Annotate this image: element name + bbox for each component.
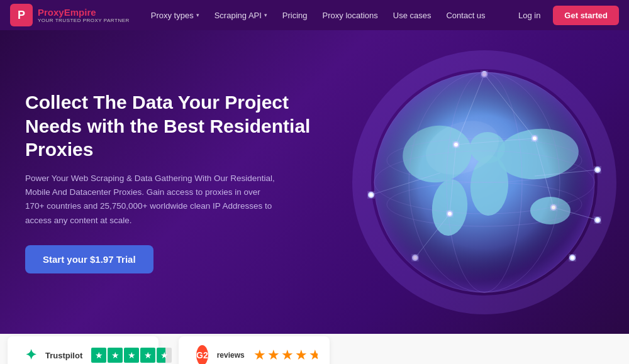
nav-right: Log in Get started bbox=[511, 6, 619, 25]
trustpilot-icon: ✦ bbox=[25, 347, 36, 363]
star-icon: ★ bbox=[267, 347, 280, 363]
star-icon: ★ bbox=[124, 348, 139, 363]
hero-title: Collect The Data Your Project Needs with… bbox=[25, 91, 314, 162]
hero-description: Power Your Web Scraping & Data Gathering… bbox=[25, 172, 277, 228]
logo[interactable]: P ProxyEmpire YOUR TRUSTED PROXY PARTNER bbox=[10, 4, 130, 26]
svg-point-42 bbox=[571, 256, 574, 260]
nav-item-scraping-api[interactable]: Scraping API ▾ bbox=[208, 7, 274, 24]
nav-item-contact[interactable]: Contact us bbox=[440, 7, 491, 24]
nav-item-use-cases[interactable]: Use cases bbox=[387, 7, 438, 24]
svg-point-43 bbox=[374, 72, 594, 292]
logo-proxy: Proxy bbox=[38, 7, 64, 18]
login-button[interactable]: Log in bbox=[511, 7, 548, 24]
svg-point-26 bbox=[596, 168, 599, 172]
trustpilot-card: ✦ Trustpilot ★ ★ ★ ★ ★ bbox=[8, 336, 159, 364]
trustpilot-stars: ★ ★ ★ ★ ★ bbox=[91, 348, 172, 363]
star-icon: ★ bbox=[91, 348, 106, 363]
nav-item-proxy-types[interactable]: Proxy types ▾ bbox=[145, 7, 206, 24]
chevron-down-icon: ▾ bbox=[264, 12, 267, 18]
g2-card: G2 reviews ★ ★ ★ ★ ★ bbox=[179, 336, 330, 364]
g2-reviews-label: reviews bbox=[217, 351, 245, 360]
hero-section: Collect The Data Your Project Needs with… bbox=[0, 30, 629, 334]
nav-links: Proxy types ▾ Scraping API ▾ Pricing Pro… bbox=[145, 7, 511, 24]
g2-stars: ★ ★ ★ ★ ★ bbox=[253, 347, 318, 363]
chevron-down-icon: ▾ bbox=[196, 12, 199, 18]
hero-content: Collect The Data Your Project Needs with… bbox=[25, 91, 314, 273]
nav-item-pricing[interactable]: Pricing bbox=[276, 7, 314, 24]
navbar: P ProxyEmpire YOUR TRUSTED PROXY PARTNER… bbox=[0, 0, 629, 30]
star-half-icon: ★ bbox=[309, 347, 318, 363]
logo-empire: Empire bbox=[64, 7, 96, 18]
g2-text: reviews bbox=[217, 351, 245, 360]
logo-icon: P bbox=[10, 4, 33, 26]
logo-sub: YOUR TRUSTED PROXY PARTNER bbox=[38, 18, 130, 23]
star-icon: ★ bbox=[253, 347, 266, 363]
logo-brand: ProxyEmpire bbox=[38, 7, 130, 18]
svg-point-28 bbox=[596, 218, 599, 222]
star-icon: ★ bbox=[108, 348, 123, 363]
star-icon: ★ bbox=[281, 347, 294, 363]
globe-visualization bbox=[352, 50, 616, 314]
star-half-icon: ★ bbox=[157, 348, 172, 363]
trial-button[interactable]: Start your $1.97 Trial bbox=[25, 245, 153, 273]
get-started-button[interactable]: Get started bbox=[553, 6, 619, 25]
nav-item-proxy-locations[interactable]: Proxy locations bbox=[316, 7, 384, 24]
star-icon: ★ bbox=[295, 347, 308, 363]
star-icon: ★ bbox=[140, 348, 155, 363]
social-proof-section: ✦ Trustpilot ★ ★ ★ ★ ★ G2 reviews ★ ★ ★ … bbox=[0, 334, 629, 364]
trustpilot-label: Trustpilot bbox=[45, 351, 82, 360]
g2-logo: G2 bbox=[196, 345, 208, 364]
svg-point-30 bbox=[369, 193, 373, 197]
